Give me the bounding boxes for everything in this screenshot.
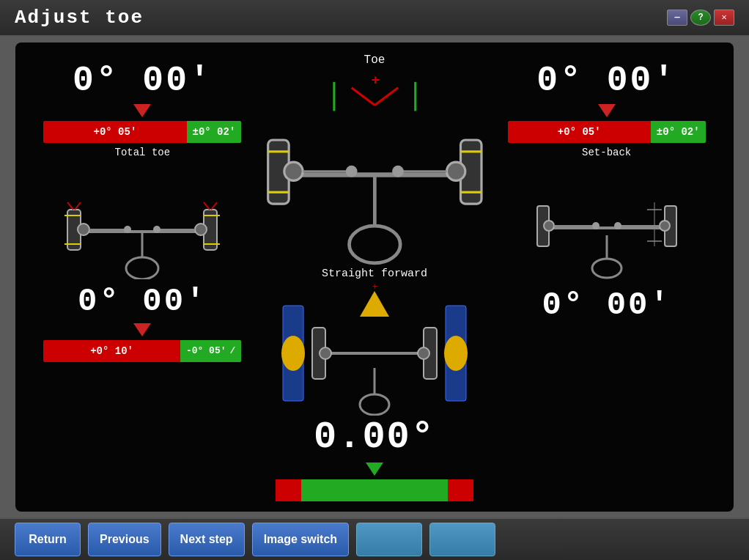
arrow-down-bottom-left — [133, 323, 151, 336]
straight-forward-diagram: + — [272, 284, 477, 416]
svg-point-46 — [320, 347, 331, 359]
svg-line-35 — [67, 202, 73, 210]
svg-point-6 — [446, 162, 465, 180]
progress-green — [301, 479, 448, 501]
svg-point-49 — [444, 336, 468, 371]
svg-line-37 — [204, 202, 210, 210]
svg-point-60 — [614, 222, 621, 229]
progress-bar — [276, 479, 473, 501]
toe-section: Toe — [259, 54, 491, 268]
arrow-down-left — [133, 104, 151, 117]
total-toe-diagram — [62, 162, 223, 279]
svg-point-29 — [78, 224, 89, 235]
arrow-down-green-center — [366, 463, 383, 476]
svg-point-9 — [345, 166, 357, 177]
svg-point-55 — [544, 221, 554, 231]
progress-red-left — [276, 479, 301, 501]
svg-point-30 — [195, 224, 207, 235]
svg-marker-50 — [360, 291, 389, 317]
top-left-spec: +0° 05′ — [43, 126, 186, 138]
total-toe-label: Total toe — [115, 147, 171, 158]
empty-button-1 — [356, 523, 422, 556]
progress-red-right — [448, 479, 473, 501]
empty-button-2 — [429, 523, 495, 556]
svg-point-59 — [592, 222, 599, 229]
svg-point-4 — [284, 162, 302, 180]
straight-forward-section: Straight forward + — [259, 268, 491, 501]
bottom-left-tolerance: -0° 05′ / — [180, 340, 241, 362]
total-toe-section: Total toe — [26, 143, 259, 385]
return-button[interactable]: Return — [15, 523, 81, 556]
setback-diagram — [534, 162, 680, 279]
svg-point-40 — [281, 336, 305, 371]
image-switch-button[interactable]: Image switch — [252, 523, 349, 556]
toe-diagram: + — [259, 70, 491, 268]
svg-text:+: + — [371, 73, 379, 89]
previous-button[interactable]: Previous — [88, 523, 161, 556]
top-right-spec-bar: +0° 05′ ±0° 02′ — [508, 121, 706, 143]
bottom-left-spec-bar: +0° 10′ -0° 05′ / — [43, 340, 241, 362]
svg-point-20 — [126, 257, 158, 279]
bottom-nav: Return Previous Next step Image switch — [0, 517, 749, 560]
svg-point-56 — [660, 221, 670, 231]
svg-point-33 — [124, 226, 131, 233]
svg-line-16 — [374, 88, 398, 106]
setback-label: Set-back — [582, 147, 631, 158]
svg-point-0 — [349, 226, 400, 263]
svg-point-10 — [392, 166, 404, 177]
svg-point-61 — [592, 259, 621, 278]
top-right-reading: 0° 00′ — [536, 61, 676, 100]
page-title: Adjust toe — [15, 7, 144, 29]
title-bar: Adjust toe — ? ✕ — [0, 0, 749, 37]
top-right-tolerance: ±0° 02′ — [651, 121, 706, 143]
next-step-button[interactable]: Next step — [169, 523, 245, 556]
top-left-section: 0° 00′ +0° 05′ ±0° 02′ — [26, 54, 259, 143]
top-right-spec: +0° 05′ — [508, 126, 651, 138]
svg-point-34 — [153, 226, 160, 233]
svg-line-36 — [75, 202, 81, 210]
window-controls: — ? ✕ — [667, 10, 734, 26]
bottom-center-reading: 0.00° — [314, 416, 435, 459]
help-button[interactable]: ? — [690, 10, 711, 26]
bottom-left-reading: 0° 00′ — [78, 283, 207, 320]
arrow-down-right — [598, 104, 616, 117]
svg-text:+: + — [372, 284, 377, 292]
top-right-section: 0° 00′ +0° 05′ ±0° 02′ — [490, 54, 723, 143]
svg-point-47 — [418, 347, 429, 359]
bottom-right-reading: 0° 00′ — [542, 287, 671, 323]
close-button[interactable]: ✕ — [714, 10, 734, 26]
svg-line-15 — [351, 88, 374, 106]
main-content: 0° 00′ +0° 05′ ±0° 02′ Toe — [15, 43, 734, 512]
toe-label: Toe — [364, 54, 385, 67]
straight-forward-label: Straight forward — [322, 268, 427, 280]
top-left-spec-bar: +0° 05′ ±0° 02′ — [43, 121, 241, 143]
top-left-tolerance: ±0° 02′ — [187, 121, 242, 143]
top-left-reading: 0° 00′ — [73, 61, 213, 100]
bottom-left-spec: +0° 10′ — [43, 345, 180, 357]
minimize-button[interactable]: — — [667, 10, 687, 26]
setback-section: Set-back 0° 00′ — [490, 143, 723, 385]
svg-point-44 — [360, 394, 389, 415]
svg-line-38 — [211, 202, 217, 210]
